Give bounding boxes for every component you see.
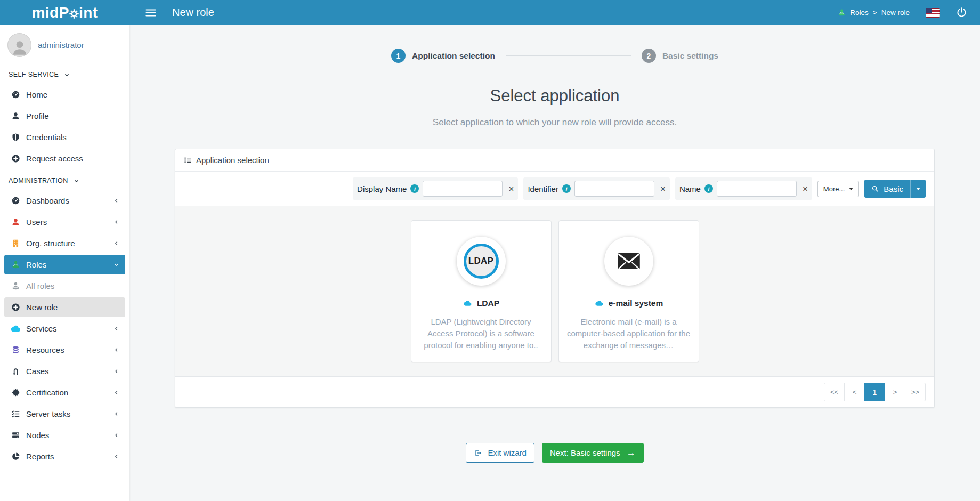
sidebar-item-new-role[interactable]: New role xyxy=(4,297,125,317)
sidebar-item-all-roles[interactable]: All roles xyxy=(4,276,125,296)
gear-icon xyxy=(69,9,79,19)
caret-down-icon xyxy=(849,188,853,190)
brand-right: int xyxy=(79,4,98,21)
sidebar-item-label: Dashboards xyxy=(26,196,69,205)
pagination-next-button[interactable]: > xyxy=(885,383,905,401)
breadcrumb: Roles > New role xyxy=(838,9,910,17)
exit-wizard-button[interactable]: Exit wizard xyxy=(466,443,534,463)
language-flag-us-icon[interactable] xyxy=(926,8,940,18)
next-basic-settings-button[interactable]: Next: Basic settings → xyxy=(542,443,644,463)
dashboard-icon xyxy=(11,196,20,205)
pagination-page-1-button[interactable]: 1 xyxy=(864,383,885,401)
sidebar-item-certification[interactable]: Certification xyxy=(4,383,125,402)
pagination-first-button[interactable]: << xyxy=(824,383,845,401)
clear-filter-icon[interactable]: × xyxy=(803,184,808,193)
basic-search-button[interactable]: Basic xyxy=(864,180,910,198)
step-label: Application selection xyxy=(412,51,495,61)
sidebar-item-label: Request access xyxy=(26,154,83,163)
filter-display-name: Display Name i × xyxy=(353,177,518,200)
step-connector xyxy=(506,55,631,56)
sidebar-item-home[interactable]: Home xyxy=(4,85,125,104)
sidebar-item-org-structure[interactable]: Org. structure xyxy=(4,233,125,253)
sidebar-item-dashboards[interactable]: Dashboards xyxy=(4,191,125,211)
chevron-left-icon xyxy=(113,432,120,439)
tile-title-row: e-mail system xyxy=(594,298,663,308)
name-input[interactable] xyxy=(717,181,797,197)
clear-filter-icon[interactable]: × xyxy=(660,184,666,193)
info-icon[interactable]: i xyxy=(410,184,419,193)
pagination-last-button[interactable]: >> xyxy=(905,383,926,401)
chevron-left-icon xyxy=(113,389,120,396)
chevron-left-icon xyxy=(113,325,120,332)
pagination: << < 1 > >> xyxy=(824,383,926,401)
shield-icon xyxy=(11,133,20,142)
chevron-left-icon xyxy=(113,453,120,460)
section-administration-label: ADMINISTRATION xyxy=(9,177,68,184)
sidebar: administrator SELF SERVICE Home Profile … xyxy=(0,25,129,501)
sidebar-item-profile[interactable]: Profile xyxy=(4,106,125,126)
server-icon xyxy=(11,431,20,440)
cloud-icon xyxy=(463,300,473,307)
sidebar-item-nodes[interactable]: Nodes xyxy=(4,425,125,445)
pagination-row: << < 1 > >> xyxy=(175,377,934,407)
info-icon[interactable]: i xyxy=(704,184,713,193)
section-administration[interactable]: ADMINISTRATION xyxy=(0,170,129,189)
sidebar-item-server-tasks[interactable]: Server tasks xyxy=(4,404,125,424)
user-panel: administrator xyxy=(0,25,129,64)
search-mode-label: Basic xyxy=(884,184,903,193)
sidebar-item-cases[interactable]: Cases xyxy=(4,361,125,381)
plus-circle-icon xyxy=(11,154,20,163)
application-selection-panel: Application selection Display Name i × I… xyxy=(175,149,935,408)
filter-label: Display Name xyxy=(357,184,407,193)
pagination-prev-button[interactable]: < xyxy=(844,383,865,401)
sidebar-item-label: Nodes xyxy=(26,431,49,440)
sidebar-item-label: Certification xyxy=(26,388,68,397)
chevron-left-icon xyxy=(113,240,120,247)
sidebar-item-users[interactable]: Users xyxy=(4,212,125,232)
sidebar-item-request-access[interactable]: Request access xyxy=(4,149,125,168)
username-link[interactable]: administrator xyxy=(38,41,84,50)
seal-icon xyxy=(11,388,20,397)
plus-circle-icon xyxy=(11,303,20,312)
brand-logo[interactable]: midP int xyxy=(0,4,129,21)
more-filters-label: More... xyxy=(823,185,845,193)
search-filter-bar: Display Name i × Identifier i × Name i xyxy=(175,172,934,206)
tile-email-system[interactable]: e-mail system Electronic mail (e-mail) i… xyxy=(558,220,699,362)
logout-power-icon[interactable] xyxy=(956,7,967,18)
sidebar-item-label: Reports xyxy=(26,452,54,461)
sidebar-item-label: Cases xyxy=(26,367,49,376)
role-icon xyxy=(838,9,846,17)
dashboard-icon xyxy=(11,90,20,99)
filter-name: Name i × xyxy=(675,177,812,200)
chevron-left-icon xyxy=(113,219,120,225)
more-filters-button[interactable]: More... xyxy=(817,181,859,197)
section-self-service[interactable]: SELF SERVICE xyxy=(0,64,129,83)
sidebar-item-credentials[interactable]: Credentials xyxy=(4,127,125,147)
tile-ldap[interactable]: LDAP LDAP LDAP (Lightweight Directory Ac… xyxy=(411,220,552,362)
sidebar-item-reports[interactable]: Reports xyxy=(4,447,125,466)
hamburger-menu-icon[interactable] xyxy=(144,6,157,19)
sidebar-item-resources[interactable]: Resources xyxy=(4,340,125,360)
tile-title: LDAP xyxy=(477,298,499,308)
arrow-right-icon: → xyxy=(627,448,636,458)
wizard-step-2[interactable]: 2 Basic settings xyxy=(642,49,718,63)
wizard-footer: Exit wizard Next: Basic settings → xyxy=(129,443,980,463)
search-split-button: Basic xyxy=(864,180,926,198)
sidebar-item-label: Home xyxy=(26,90,47,99)
role-icon xyxy=(11,281,20,290)
clear-filter-icon[interactable]: × xyxy=(508,184,514,193)
search-mode-dropdown[interactable] xyxy=(910,180,926,198)
sidebar-item-roles[interactable]: Roles xyxy=(4,255,125,274)
identifier-input[interactable] xyxy=(574,181,654,197)
filter-label: Identifier xyxy=(528,184,558,193)
brand-text: midP int xyxy=(31,4,98,21)
chevron-down-icon xyxy=(113,261,120,268)
exit-icon xyxy=(474,449,482,457)
sidebar-item-label: Org. structure xyxy=(26,239,75,248)
display-name-input[interactable] xyxy=(423,181,503,197)
breadcrumb-roles-link[interactable]: Roles xyxy=(850,9,869,17)
wizard-step-1[interactable]: 1 Application selection xyxy=(391,49,495,63)
info-icon[interactable]: i xyxy=(562,184,571,193)
sidebar-item-services[interactable]: Services xyxy=(4,319,125,338)
sidebar-item-label: All roles xyxy=(26,281,54,290)
